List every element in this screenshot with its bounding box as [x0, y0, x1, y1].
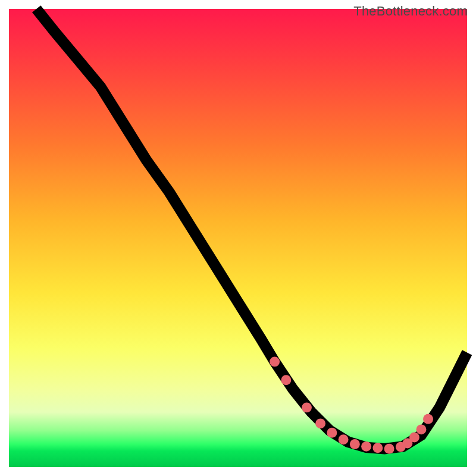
data-point — [416, 424, 427, 434]
data-point — [281, 375, 291, 385]
data-point — [339, 434, 349, 444]
data-point — [361, 441, 371, 452]
plot-svg — [9, 9, 467, 467]
chart-container: TheBottleneck.com — [0, 0, 476, 476]
data-point — [350, 439, 360, 449]
data-point — [315, 418, 325, 428]
data-point — [409, 432, 419, 442]
data-point — [327, 428, 337, 438]
data-point — [302, 402, 312, 412]
data-point — [270, 356, 280, 367]
data-point — [423, 414, 433, 424]
data-point — [384, 444, 394, 454]
line-series — [36, 9, 467, 449]
data-point — [372, 443, 383, 453]
